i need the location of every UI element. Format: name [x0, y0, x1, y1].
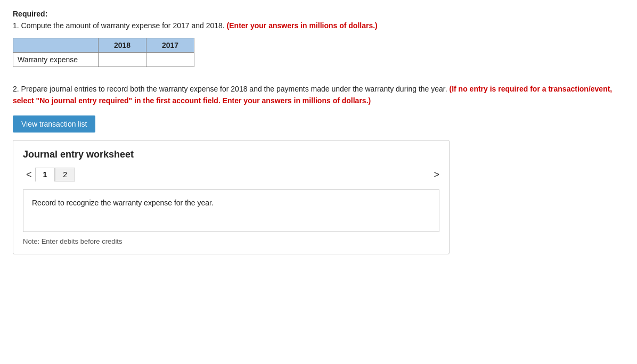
warranty-expense-2018-input[interactable] — [99, 53, 146, 67]
journal-entry-worksheet: Journal entry worksheet < 1 2 > Record t… — [13, 140, 450, 254]
table-header-empty — [13, 38, 99, 53]
tab-left-arrow[interactable]: < — [23, 168, 35, 181]
warranty-expense-table-section: 2018 2017 Warranty expense — [13, 38, 624, 67]
warranty-expense-table: 2018 2017 Warranty expense — [13, 38, 194, 67]
table-row: Warranty expense — [13, 53, 194, 67]
warranty-expense-2017-cell[interactable] — [146, 53, 194, 67]
question1-emphasis: (Enter your answers in millions of dolla… — [227, 21, 378, 30]
tab-navigation: < 1 2 > — [23, 168, 439, 182]
required-label: Required: — [13, 10, 624, 18]
question1-prefix: 1. Compute the amount of warranty expens… — [13, 21, 227, 30]
table-header-2018: 2018 — [99, 38, 146, 53]
note-partial-text: Note: Enter debits before credits — [23, 237, 439, 245]
warranty-expense-label: Warranty expense — [13, 53, 99, 67]
question2-prefix: 2. Prepare journal entries to record bot… — [13, 85, 450, 93]
warranty-expense-2017-input[interactable] — [146, 53, 194, 67]
question1-text: 1. Compute the amount of warranty expens… — [13, 20, 624, 31]
record-description-text: Record to recognize the warranty expense… — [32, 198, 214, 207]
record-description-box: Record to recognize the warranty expense… — [23, 189, 439, 232]
warranty-expense-2018-cell[interactable] — [99, 53, 146, 67]
tab-right-arrow[interactable]: > — [434, 169, 439, 180]
required-section: Required: 1. Compute the amount of warra… — [13, 10, 624, 31]
view-transaction-button[interactable]: View transaction list — [13, 115, 95, 133]
tab-2[interactable]: 2 — [55, 168, 75, 181]
worksheet-title: Journal entry worksheet — [23, 149, 439, 160]
tab-1[interactable]: 1 — [35, 168, 55, 182]
question2-section: 2. Prepare journal entries to record bot… — [13, 83, 624, 107]
question2-text: 2. Prepare journal entries to record bot… — [13, 83, 624, 107]
table-header-2017: 2017 — [146, 38, 194, 53]
